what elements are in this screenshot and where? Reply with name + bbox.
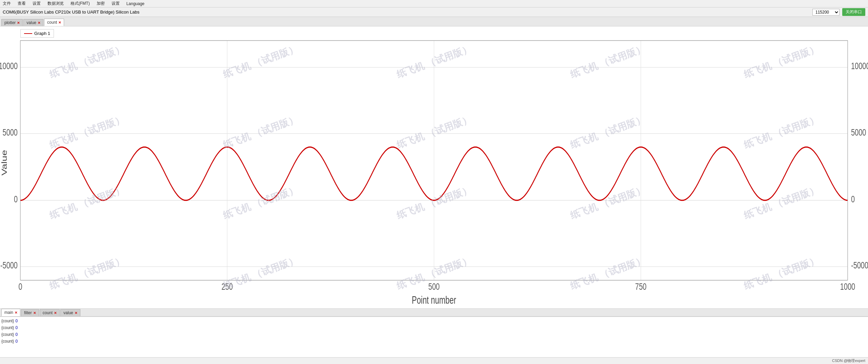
svg-text:-5000: -5000	[851, 260, 868, 270]
svg-text:10000: 10000	[851, 61, 868, 71]
data-key-4: {count}	[1, 338, 14, 345]
menubar: 文件 查看 设置 数据浏览 格式(FMT) 加密 设置 Language	[0, 0, 868, 7]
data-row-2: {count} 0	[1, 324, 867, 331]
tab-bottom-filter-label: filter	[24, 310, 32, 315]
tab-value[interactable]: value ✕	[23, 19, 43, 26]
menu-encrypt[interactable]: 加密	[95, 0, 106, 7]
tab-value-close[interactable]: ✕	[38, 21, 40, 25]
menu-settings2[interactable]: 设置	[110, 0, 121, 7]
data-key-1: {count}	[1, 318, 14, 324]
tab-count[interactable]: count ✕	[44, 19, 64, 26]
svg-text:0: 0	[18, 281, 22, 291]
svg-text:5000: 5000	[851, 127, 866, 137]
data-key-3: {count}	[1, 331, 14, 338]
svg-text:250: 250	[221, 281, 233, 291]
tab-count-close[interactable]: ✕	[58, 21, 61, 24]
data-row-1: {count} 0	[1, 318, 867, 324]
tab-plotter-label: plotter	[4, 20, 16, 25]
svg-text:Value: Value	[0, 150, 8, 176]
data-row-3: {count} 0	[1, 331, 867, 338]
svg-text:Point number: Point number	[412, 295, 456, 306]
connection-label: COM6(BUSY Silicon Labs CP210x USB to UAR…	[3, 9, 810, 15]
app: 文件 查看 设置 数据浏览 格式(FMT) 加密 设置 Language COM…	[0, 0, 868, 364]
bottom-tabbar: main ✕ filter ✕ count ✕ value ✕	[0, 308, 868, 317]
tab-bottom-value-label: value	[63, 310, 73, 315]
menu-settings[interactable]: 设置	[31, 0, 42, 7]
svg-text:500: 500	[428, 281, 439, 291]
chart-svg: 10000 5000 0 -5000 10000 5000 0 -5000 0 …	[0, 26, 868, 308]
svg-text:750: 750	[635, 281, 646, 291]
svg-text:10000: 10000	[0, 61, 18, 71]
bottom-panel: {count} 0 {count} 0 {count} 0 {count} 0	[0, 317, 868, 357]
tab-bottom-count-label: count	[43, 310, 53, 315]
tab-bottom-main[interactable]: main ✕	[1, 309, 20, 316]
tab-bottom-count-close[interactable]: ✕	[54, 311, 57, 315]
menu-file[interactable]: 文件	[1, 0, 12, 7]
tab-bottom-value[interactable]: value ✕	[60, 309, 80, 316]
chart-legend: Graph 1	[20, 29, 54, 38]
data-val-3: 0	[15, 331, 18, 338]
tab-bottom-filter[interactable]: filter ✕	[21, 309, 39, 316]
tab-bottom-value-close[interactable]: ✕	[75, 311, 77, 315]
tab-bottom-main-close[interactable]: ✕	[15, 311, 17, 315]
legend-label: Graph 1	[34, 31, 50, 36]
menu-language[interactable]: Language	[125, 1, 146, 6]
tab-plotter-close[interactable]: ✕	[17, 21, 20, 25]
data-row-4: {count} 0	[1, 338, 867, 345]
chart-area: Graph 1 纸飞机 （试用版）纸飞机 （试用版）纸飞机 （试用版）纸飞机 （…	[0, 26, 868, 308]
svg-text:1000: 1000	[840, 281, 855, 291]
data-val-1: 0	[15, 318, 18, 324]
top-tabbar: plotter ✕ value ✕ count ✕	[0, 17, 868, 26]
svg-text:0: 0	[14, 194, 18, 204]
menu-fmt[interactable]: 格式(FMT)	[69, 0, 91, 7]
svg-text:5000: 5000	[3, 127, 18, 137]
statusbar-text: CSDN @物理expert	[832, 358, 865, 363]
legend-line	[24, 33, 32, 34]
chart-container: Graph 1 纸飞机 （试用版）纸飞机 （试用版）纸飞机 （试用版）纸飞机 （…	[0, 26, 868, 308]
tab-bottom-main-label: main	[4, 310, 13, 315]
svg-text:-5000: -5000	[0, 260, 18, 270]
tab-bottom-filter-close[interactable]: ✕	[33, 311, 36, 315]
data-val-2: 0	[15, 324, 18, 331]
tab-plotter[interactable]: plotter ✕	[1, 19, 23, 26]
tab-count-label: count	[47, 20, 57, 25]
svg-text:0: 0	[851, 194, 855, 204]
data-key-2: {count}	[1, 324, 14, 331]
menu-view[interactable]: 查看	[16, 0, 27, 7]
connection-bar: COM6(BUSY Silicon Labs CP210x USB to UAR…	[0, 7, 868, 17]
tab-bottom-count[interactable]: count ✕	[40, 309, 60, 316]
menu-data[interactable]: 数据浏览	[46, 0, 65, 7]
data-val-4: 0	[15, 338, 18, 345]
baud-rate-select[interactable]: 115200	[812, 9, 840, 16]
statusbar: CSDN @物理expert	[0, 357, 868, 364]
close-port-button[interactable]: 关闭串口	[842, 8, 865, 16]
tab-value-label: value	[26, 20, 36, 25]
